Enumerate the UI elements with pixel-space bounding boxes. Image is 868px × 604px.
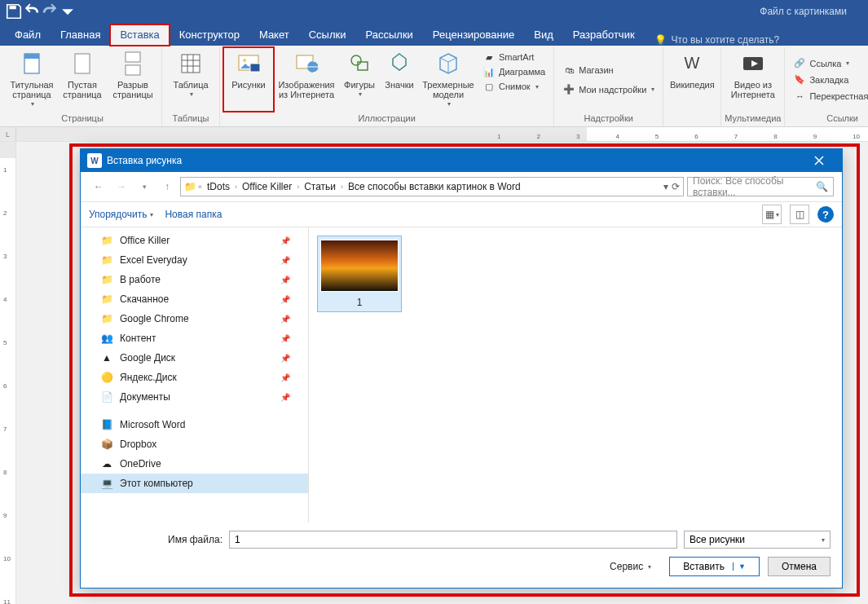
tab-home[interactable]: Главная [51,24,110,46]
pin-icon: 📌 [280,276,290,284]
shapes-button[interactable]: Фигуры▾ [339,47,380,112]
tree-item[interactable]: 📁Office Killer📌 [81,231,308,250]
redo-icon[interactable] [41,2,59,20]
group-media-label: Мультимедиа [725,112,781,126]
breadcrumb-dropdown-icon[interactable]: ▾ [663,181,668,192]
tree-item[interactable]: 👥Контент📌 [81,328,308,348]
help-button[interactable]: ? [817,206,834,223]
page-break-button[interactable]: Разрыв страницы [108,47,158,112]
document-area: W Вставка рисунка ← → ▾ ↑ 📁 « tDots› Off… [16,142,868,604]
undo-icon[interactable] [23,2,41,20]
group-illustrations-label: Иллюстрации [358,112,415,126]
tree-item-label: OneDrive [120,458,161,470]
nav-recent-button[interactable]: ▾ [134,177,154,196]
organize-button[interactable]: Упорядочить ▾ [89,209,153,220]
tab-layout[interactable]: Макет [249,24,299,46]
store-button[interactable]: 🛍Магазин [562,64,654,77]
nav-back-button[interactable]: ← [89,177,108,196]
bookmark-icon: 🔖 [793,73,806,86]
vertical-ruler: 1234567891011 [0,142,16,604]
pin-icon: 📌 [280,393,290,402]
nav-up-button[interactable]: ↑ [157,177,177,196]
dialog-close-button[interactable] [803,149,835,172]
folder-icon: 📁 [100,254,113,267]
group-addins-label: Надстройки [584,112,633,126]
svg-rect-13 [250,64,260,72]
filename-input[interactable] [229,531,677,549]
refresh-icon[interactable]: ⟳ [672,181,680,192]
chart-icon: 📊 [482,65,496,78]
contacts-icon: 👥 [100,332,113,345]
smartart-button[interactable]: ▰SmartArt [482,51,545,64]
tab-file[interactable]: Файл [5,24,51,46]
tree-item[interactable]: ▲Google Диск📌 [81,348,308,368]
tree-item[interactable]: 📘Microsoft Word [81,415,308,434]
my-addins-button[interactable]: ➕Мои надстройки▾ [562,83,654,96]
tree-item-label: Контент [120,333,156,344]
new-folder-button[interactable]: Новая папка [165,209,222,220]
online-pictures-button[interactable]: Изображения из Интернета [274,47,339,112]
tree-item-label: Яндекс.Диск [120,372,177,383]
tree-item[interactable]: 📁В работе📌 [81,270,308,289]
link-button[interactable]: 🔗Ссылка▾ [793,57,868,70]
wikipedia-button[interactable]: WВикипедия [667,47,717,112]
blank-page-button[interactable]: Пустая страница [57,47,108,112]
view-options-button[interactable]: ▦ ▾ [762,205,782,224]
insert-button[interactable]: Вставить▼ [669,557,760,576]
save-icon[interactable] [5,2,23,20]
file-filter-combo[interactable]: Все рисунки▾ [684,531,831,549]
tab-developer[interactable]: Разработчик [563,24,645,46]
tree-item-label: Google Chrome [120,313,189,324]
pin-icon: 📌 [280,315,290,324]
svg-rect-5 [126,65,140,75]
icons-button[interactable]: Значки [380,47,419,112]
cover-page-button[interactable]: Титульная страница▾ [7,47,57,112]
3d-models-button[interactable]: Трехмерные модели▾ [419,47,478,112]
tab-mailings[interactable]: Рассылки [355,24,422,46]
online-video-button[interactable]: Видео из Интернета [725,47,781,112]
svg-point-16 [351,55,361,65]
group-addins: 🛍Магазин ➕Мои надстройки▾ Надстройки [554,47,663,126]
tab-review[interactable]: Рецензирование [423,24,524,46]
tab-view[interactable]: Вид [524,24,563,46]
cancel-button[interactable]: Отмена [768,557,831,576]
service-button[interactable]: Сервис ▾ [610,561,651,572]
screenshot-button[interactable]: ▢Снимок▾ [482,80,545,93]
qat-customize-icon[interactable] [59,2,77,20]
tell-me[interactable]: 💡 Что вы хотите сделать? [654,34,780,46]
tree-item[interactable]: 💻Этот компьютер [81,474,308,493]
crossref-icon: ↔ [793,90,806,103]
link-icon: 🔗 [793,57,806,70]
tree-item[interactable]: 📁Google Chrome📌 [81,309,308,328]
tree-item[interactable]: 📁Скачанное📌 [81,289,308,309]
pictures-button[interactable]: Рисунки [223,47,274,112]
folder-icon: 📁 [100,312,113,325]
tab-insert[interactable]: Вставка [110,24,169,46]
tree-item[interactable]: 📁Excel Everyday📌 [81,250,308,270]
tree-item[interactable]: 📦Dropbox [81,434,308,454]
document-title: Файл с картинками [760,6,847,17]
tree-item[interactable]: 📄Документы📌 [81,387,308,407]
svg-text:W: W [685,54,700,72]
breadcrumb[interactable]: 📁 « tDots› Office Killer› Статьи› Все сп… [180,177,684,196]
tree-item[interactable]: 🟡Яндекс.Диск📌 [81,368,308,387]
bookmark-button[interactable]: 🔖Закладка [793,73,868,86]
chart-button[interactable]: 📊Диаграмма [482,65,545,78]
crossref-button[interactable]: ↔Перекрестная ссыл [793,90,868,103]
folder-icon: 📁 [100,293,113,306]
group-links-label: Ссылки [826,112,858,126]
nav-forward-button[interactable]: → [112,177,131,196]
tab-design[interactable]: Конструктор [170,24,249,46]
tree-item[interactable]: ☁OneDrive [81,454,308,474]
group-pages-label: Страницы [61,112,104,126]
table-button[interactable]: Таблица▾ [165,47,216,112]
tree-item-label: Dropbox [120,439,156,450]
file-item[interactable]: 1 [317,236,402,312]
preview-pane-button[interactable]: ◫ [790,205,809,224]
search-icon: 🔍 [816,181,828,192]
search-input[interactable]: Поиск: Все способы вставки... 🔍 [687,177,834,196]
tab-references[interactable]: Ссылки [299,24,356,46]
illustrations-small-column: ▰SmartArt 📊Диаграмма ▢Снимок▾ [478,47,550,112]
ribbon: Титульная страница▾ Пустая страница Разр… [0,46,868,127]
folder-icon: 📁 [100,273,113,286]
